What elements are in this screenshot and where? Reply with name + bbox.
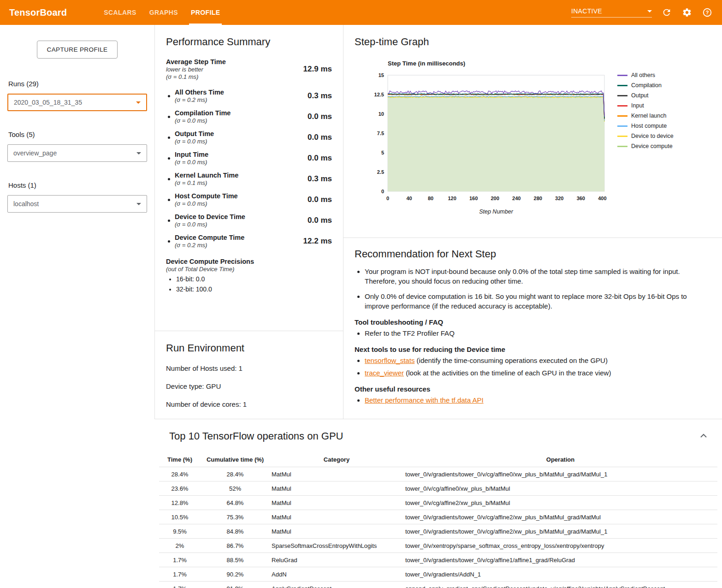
recommendation-bullets: Your program is NOT input-bound because … xyxy=(365,267,704,311)
hosts-label: Hosts (1) xyxy=(8,181,147,189)
metric-label: Host Compute Time xyxy=(175,192,304,200)
table-cell: MatMul xyxy=(270,524,403,539)
step-time-graph-title: Step-time Graph xyxy=(355,36,711,48)
main-content: Performance Summary Average Step Time lo… xyxy=(154,25,722,588)
svg-text:12.5: 12.5 xyxy=(374,92,384,97)
tool-link-item: trace_viewer (look at the activities on … xyxy=(365,368,704,378)
chevron-down-icon xyxy=(136,203,141,205)
bullet-dot xyxy=(168,116,170,118)
capture-profile-button[interactable]: CAPTURE PROFILE xyxy=(37,41,117,59)
chevron-down-icon xyxy=(136,152,141,154)
legend-item: Compilation xyxy=(617,82,674,89)
table-cell: 1.7% xyxy=(159,553,201,567)
metric-label: All Others Time xyxy=(175,89,304,96)
chart-block: Step Time (in milliseconds) 02.557.51012… xyxy=(367,60,611,219)
tab-profile[interactable]: PROFILE xyxy=(184,0,226,25)
faq-bullet: Refer to the TF2 Profiler FAQ xyxy=(365,328,704,338)
collapse-chevron-icon[interactable] xyxy=(698,430,709,441)
recommendation-panel: Recommendation for Next Step Your progra… xyxy=(343,238,722,419)
metric-value: 12.2 ms xyxy=(303,237,332,246)
run-environment-line: Number of Hosts used: 1 xyxy=(166,364,332,372)
metric-label: Input Time xyxy=(175,151,304,158)
runs-dropdown[interactable]: 2020_03_05_18_31_35 xyxy=(7,94,147,111)
hosts-dropdown[interactable]: localhost xyxy=(7,195,147,213)
metric-sigma: (σ = 0.0 ms) xyxy=(175,159,304,166)
metric-value: 12.9 ms xyxy=(303,65,332,74)
legend-label: Device to device xyxy=(631,133,674,139)
table-row[interactable]: 1.7%91.9%ApplyGradientDescentappend_appl… xyxy=(159,582,717,588)
bullet-dot xyxy=(168,137,170,139)
run-environment-line: Device type: GPU xyxy=(166,382,332,390)
metric-sigma: (σ = 0.0 ms) xyxy=(175,200,304,207)
precision-item: 16-bit: 0.0 xyxy=(176,275,332,283)
table-row[interactable]: 2%86.7%SparseSoftmaxCrossEntropyWithLogi… xyxy=(159,539,717,553)
table-row[interactable]: 12.8%64.8%MatMultower_0/v/cg/affine2/xw_… xyxy=(159,496,717,510)
table-row[interactable]: 28.4%28.4%MatMultower_0/v/gradients/towe… xyxy=(159,467,717,481)
col-header-category: Category xyxy=(270,452,403,467)
tab-scalars[interactable]: SCALARS xyxy=(97,0,142,25)
metric-label: Output Time xyxy=(175,130,304,137)
chevron-down-icon xyxy=(647,10,652,12)
run-environment-title: Run Environment xyxy=(166,342,332,354)
metric-label: Average Step Time xyxy=(166,58,300,65)
table-cell: 88.5% xyxy=(201,553,270,567)
table-row[interactable]: 1.7%88.5%ReluGradtower_0/v/gradients/tow… xyxy=(159,553,717,567)
metric-label: Device Compute Time xyxy=(175,234,300,241)
tfdata-api-link[interactable]: Better performance with the tf.data API xyxy=(365,396,484,404)
tool-link-description: (look at the activities on the timeline … xyxy=(404,369,611,377)
table-row[interactable]: 1.7%90.2%AddNtower_0/v/gradients/AddN_1 xyxy=(159,567,717,582)
tool-link[interactable]: tensorflow_stats xyxy=(365,356,414,364)
status-dropdown[interactable]: INACTIVE xyxy=(571,7,652,18)
table-cell: tower_0/v/gradients/tower_0/v/cg/affine2… xyxy=(403,524,717,539)
tool-link-item: tensorflow_stats (identify the time-cons… xyxy=(365,356,704,365)
step-time-graph-panel: Step-time Graph Step Time (in millisecon… xyxy=(343,25,722,238)
table-cell: ApplyGradientDescent xyxy=(270,582,403,588)
bullet-dot xyxy=(168,220,170,222)
svg-text:240: 240 xyxy=(512,196,521,201)
table-cell: 75.3% xyxy=(201,510,270,524)
svg-text:?: ? xyxy=(706,10,709,15)
hosts-dropdown-value: localhost xyxy=(13,200,39,208)
step-time-chart[interactable]: 02.557.51012.515040801201602002402803203… xyxy=(367,71,611,217)
tools-dropdown-value: overview_page xyxy=(13,149,57,157)
tab-graphs[interactable]: GRAPHS xyxy=(143,0,184,25)
metric-sigma: (σ = 0.0 ms) xyxy=(175,221,304,228)
table-cell: append_apply_gradient_ops/GradientDescen… xyxy=(403,582,717,588)
metric-row: All Others Time(σ = 0.2 ms)0.3 ms xyxy=(166,89,332,103)
metric-row: Input Time(σ = 0.0 ms)0.0 ms xyxy=(166,151,332,166)
svg-text:400: 400 xyxy=(598,196,606,201)
precisions-list: 16-bit: 0.032-bit: 100.0 xyxy=(176,275,332,293)
recommendation-bullet: Your program is NOT input-bound because … xyxy=(365,267,704,286)
faq-heading: Tool troubleshooting / FAQ xyxy=(355,318,704,326)
table-row[interactable]: 10.5%75.3%MatMultower_0/v/gradients/towe… xyxy=(159,510,717,524)
refresh-icon[interactable] xyxy=(661,7,672,18)
table-row[interactable]: 9.5%84.8%MatMultower_0/v/gradients/tower… xyxy=(159,524,717,539)
metric-label: Kernel Launch Time xyxy=(175,172,304,179)
metric-row: Host Compute Time(σ = 0.0 ms)0.0 ms xyxy=(166,192,332,207)
legend-label: Device compute xyxy=(631,143,673,149)
table-cell: 10.5% xyxy=(159,510,201,524)
table-cell: 52% xyxy=(201,481,270,496)
legend-label: All others xyxy=(631,72,655,78)
run-environment-panel: Run Environment Number of Hosts used: 1D… xyxy=(155,331,343,419)
col-header-time: Time (%) xyxy=(159,452,201,467)
tools-label: Tools (5) xyxy=(8,131,147,138)
tool-link[interactable]: trace_viewer xyxy=(365,369,404,377)
tools-dropdown[interactable]: overview_page xyxy=(7,144,147,162)
metric-row: Output Time(σ = 0.0 ms)0.0 ms xyxy=(166,130,332,145)
svg-text:10: 10 xyxy=(379,111,384,117)
table-cell: 2% xyxy=(159,539,201,553)
settings-gear-icon[interactable] xyxy=(681,7,692,18)
svg-text:2.5: 2.5 xyxy=(377,169,384,175)
metric-items: All Others Time(σ = 0.2 ms)0.3 msCompila… xyxy=(166,89,332,249)
table-row[interactable]: 23.6%52%MatMultower_0/v/cg/affine0/xw_pl… xyxy=(159,481,717,496)
table-cell: 1.7% xyxy=(159,567,201,582)
metric-value: 0.3 ms xyxy=(308,174,332,184)
table-header-row: Time (%) Cumulative time (%) Category Op… xyxy=(159,452,717,467)
metric-sigma: (σ = 0.0 ms) xyxy=(175,117,304,124)
precisions-note: (out of Total Device Time) xyxy=(166,266,332,273)
run-environment-lines: Number of Hosts used: 1Device type: GPUN… xyxy=(166,364,332,408)
legend-label: Input xyxy=(631,102,644,109)
metric-row: Device Compute Time(σ = 0.2 ms)12.2 ms xyxy=(166,234,332,249)
help-icon[interactable]: ? xyxy=(702,7,713,18)
